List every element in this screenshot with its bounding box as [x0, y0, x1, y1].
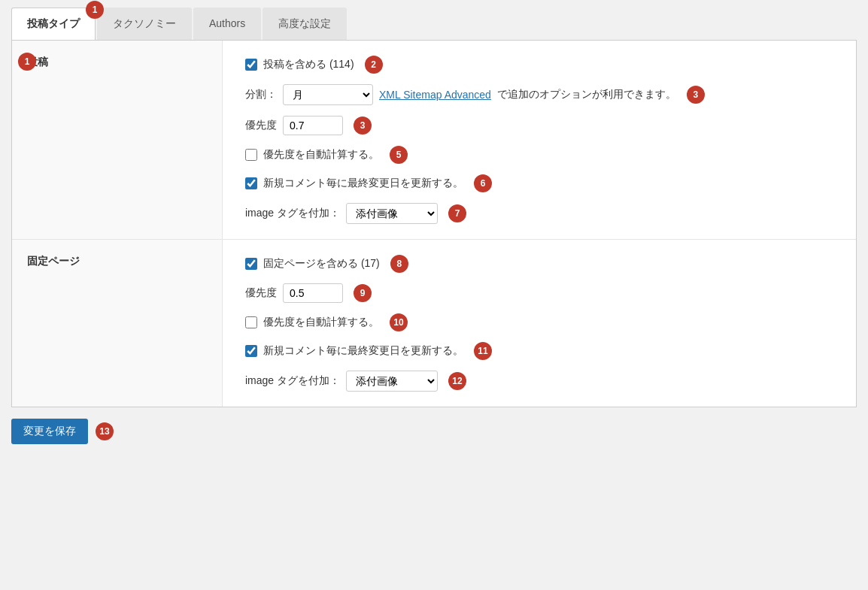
xml-sitemap-link[interactable]: XML Sitemap Advanced	[379, 89, 491, 101]
post-section-row: 投稿 1 投稿を含める (114) 2 分割： 月 週 日 な	[12, 41, 856, 240]
save-area: 変更を保存 13	[11, 407, 857, 448]
include-posts-badge: 2	[365, 56, 383, 74]
page-image-tag-label: image タグを付加：	[245, 374, 340, 388]
include-pages-checkbox[interactable]	[245, 258, 257, 270]
page-section-label: 固定ページ	[27, 255, 80, 267]
post-include-row: 投稿を含める (114) 2	[245, 56, 833, 74]
tab-taxonomy[interactable]: タクソノミー	[97, 8, 192, 40]
save-badge: 13	[96, 422, 114, 440]
page-update-lastmod-badge: 11	[474, 342, 492, 360]
post-section-label-cell: 投稿 1	[12, 41, 223, 239]
tab-authors[interactable]: Authors	[193, 8, 261, 40]
page-update-lastmod-row: 新規コメント毎に最終変更日を更新する。 11	[245, 342, 833, 360]
page-priority-row: 優先度 9	[245, 283, 833, 303]
divide-label: 分割：	[245, 88, 277, 101]
tab-advanced[interactable]: 高度な設定	[263, 8, 347, 40]
page-update-lastmod-checkbox[interactable]	[245, 345, 257, 357]
priority-label: 優先度	[245, 119, 277, 132]
page-auto-priority-label[interactable]: 優先度を自動計算する。	[263, 316, 379, 329]
tab-taxonomy-label: タクソノミー	[113, 17, 176, 29]
page-section-content: 固定ページを含める (17) 8 優先度 9 優先度を自動計算する。 10	[223, 240, 856, 407]
auto-priority-badge: 5	[390, 146, 408, 164]
tab-post-type-badge: 1	[86, 1, 104, 19]
include-pages-label[interactable]: 固定ページを含める (17)	[263, 257, 380, 271]
save-button[interactable]: 変更を保存	[11, 419, 88, 444]
page-auto-priority-checkbox[interactable]	[245, 316, 257, 328]
page-priority-label: 優先度	[245, 286, 277, 300]
tab-advanced-label: 高度な設定	[278, 17, 331, 29]
post-auto-priority-checkbox[interactable]	[245, 149, 257, 161]
include-posts-label[interactable]: 投稿を含める (114)	[263, 58, 354, 71]
post-section-content: 投稿を含める (114) 2 分割： 月 週 日 なし XML Sitemap …	[223, 41, 856, 239]
divide-select[interactable]: 月 週 日 なし	[283, 84, 373, 105]
page-auto-priority-badge: 10	[390, 313, 408, 331]
post-auto-priority-label[interactable]: 優先度を自動計算する。	[263, 148, 379, 162]
page-image-tag-row: image タグを付加： 添付画像 なし すべての画像 12	[245, 371, 833, 392]
update-lastmod-badge: 6	[474, 174, 492, 192]
advanced-badge: 3	[687, 86, 705, 104]
page-section-row: 固定ページ 固定ページを含める (17) 8 優先度 9	[12, 240, 856, 407]
include-posts-checkbox[interactable]	[245, 59, 257, 71]
post-priority-input[interactable]	[283, 116, 343, 135]
post-image-tag-label: image タグを付加：	[245, 207, 340, 220]
post-update-lastmod-row: 新規コメント毎に最終変更日を更新する。 6	[245, 174, 833, 192]
page-include-row: 固定ページを含める (17) 8	[245, 255, 833, 273]
post-image-tag-select[interactable]: 添付画像 なし すべての画像	[346, 203, 438, 224]
tab-bar: 投稿タイプ 1 タクソノミー Authors 高度な設定	[11, 8, 857, 41]
image-tag-badge: 7	[448, 204, 466, 222]
page-update-lastmod-label[interactable]: 新規コメント毎に最終変更日を更新する。	[263, 344, 463, 358]
page-priority-badge: 9	[354, 284, 372, 302]
post-section-badge: 1	[18, 53, 36, 71]
advanced-option-text: で追加のオプションが利用できます。	[497, 88, 676, 101]
tab-authors-label: Authors	[209, 17, 245, 29]
page-section-label-cell: 固定ページ	[12, 240, 223, 407]
page-auto-priority-row: 優先度を自動計算する。 10	[245, 313, 833, 331]
page-image-tag-select[interactable]: 添付画像 なし すべての画像	[346, 371, 438, 392]
priority-badge: 3	[354, 116, 372, 135]
post-update-lastmod-label[interactable]: 新規コメント毎に最終変更日を更新する。	[263, 177, 463, 190]
page-priority-input[interactable]	[283, 283, 343, 303]
post-image-tag-row: image タグを付加： 添付画像 なし すべての画像 7	[245, 203, 833, 224]
page-image-tag-badge: 12	[448, 372, 466, 390]
tab-post-type[interactable]: 投稿タイプ 1	[11, 8, 96, 40]
tab-post-type-label: 投稿タイプ	[27, 17, 80, 29]
post-priority-row: 優先度 3	[245, 116, 833, 135]
post-update-lastmod-checkbox[interactable]	[245, 177, 257, 189]
page-include-badge: 8	[390, 255, 408, 273]
post-divide-row: 分割： 月 週 日 なし XML Sitemap Advanced で追加のオプ…	[245, 84, 833, 105]
content-area: 投稿 1 投稿を含める (114) 2 分割： 月 週 日 な	[11, 41, 857, 407]
post-auto-priority-row: 優先度を自動計算する。 5	[245, 146, 833, 164]
